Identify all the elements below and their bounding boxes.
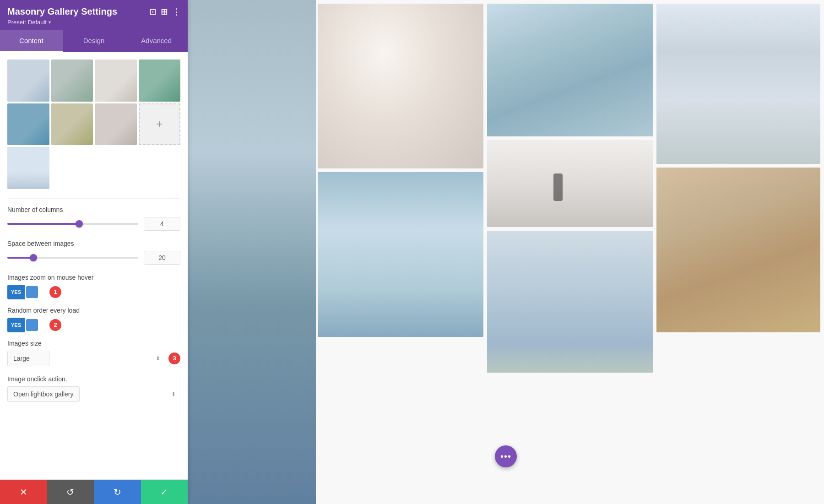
zoom-knob [26,286,38,298]
random-order-control: Random order every load YES 2 [7,307,180,332]
plus-icon: + [156,118,163,130]
panel-icon-group: ⊡ ⊞ ⋮ [149,7,180,17]
redo-button[interactable]: ↻ [94,480,141,504]
panel-body: + Number of columns Space between imag [0,52,188,479]
gallery-img-2[interactable] [318,172,483,337]
spacing-label: Space between images [7,240,180,247]
gallery-col-1 [316,0,485,504]
onclick-wrapper: Open lightbox gallery Open new tab None [7,386,180,402]
random-knob [26,319,38,331]
spacing-slider[interactable] [7,253,138,262]
onclick-row: Open lightbox gallery Open new tab None [7,386,180,402]
random-switch [25,318,44,332]
images-size-row: Large Thumbnail Medium Full 3 [7,351,180,366]
spacing-control: Space between images [7,240,180,265]
tab-advanced[interactable]: Advanced [125,30,188,52]
add-image-button[interactable]: + [139,103,181,146]
tab-bar: Content Design Advanced [0,30,188,52]
thumb-1[interactable] [7,60,49,102]
preset-label[interactable]: Preset: Default ▾ [7,19,180,26]
onclick-control: Image onclick action. Open lightbox gall… [7,375,180,402]
responsive-icon[interactable]: ⊡ [149,7,156,17]
float-menu-button[interactable]: ••• [495,445,517,467]
columns-value[interactable] [144,217,180,231]
columns-slider[interactable] [7,219,138,228]
gallery-col-2 [485,0,655,504]
zoom-hover-label: Images zoom on mouse hover [7,274,180,281]
image-grid: + [7,60,180,189]
images-size-label: Images size [7,340,180,347]
divider-1 [7,198,180,199]
thumb-6[interactable] [51,103,93,146]
zoom-hover-control: Images zoom on mouse hover YES 1 [7,274,180,299]
panel-title-row: Masonry Gallery Settings ⊡ ⊞ ⋮ [7,6,180,17]
thumb-3[interactable] [95,60,137,102]
columns-icon[interactable]: ⊞ [161,7,168,17]
gallery-area: ••• [188,0,824,504]
zoom-badge[interactable]: 1 [49,286,61,298]
columns-row [7,217,180,231]
tab-content[interactable]: Content [0,30,63,52]
gallery-col-3 [655,0,824,504]
thumb-add-container: + [139,103,181,146]
tab-design[interactable]: Design [63,30,125,52]
thumb-5[interactable] [7,103,49,146]
images-size-select[interactable]: Large Thumbnail Medium Full [7,351,49,366]
zoom-switch [25,285,44,299]
gallery-img-4[interactable] [487,140,653,227]
zoom-hover-toggle[interactable]: YES [7,285,44,299]
zoom-yes-label: YES [7,285,25,299]
panel-title: Masonry Gallery Settings [7,6,117,17]
onclick-label: Image onclick action. [7,375,180,383]
random-badge[interactable]: 2 [49,319,61,331]
columns-control: Number of columns [7,206,180,231]
settings-panel: Masonry Gallery Settings ⊡ ⊞ ⋮ Preset: D… [0,0,188,504]
onclick-select[interactable]: Open lightbox gallery Open new tab None [7,386,80,402]
float-dots: ••• [500,451,511,462]
save-button[interactable]: ✓ [141,480,188,504]
gallery-img-5[interactable] [487,231,653,373]
random-order-toggle[interactable]: YES [7,318,44,332]
thumb-7[interactable] [95,103,137,146]
more-icon[interactable]: ⋮ [172,7,180,17]
gallery-img-6[interactable] [656,4,820,164]
panel-header: Masonry Gallery Settings ⊡ ⊞ ⋮ Preset: D… [0,0,188,30]
columns-label: Number of columns [7,206,180,213]
zoom-hover-row: YES 1 [7,285,180,299]
images-size-wrapper: Large Thumbnail Medium Full [7,351,165,366]
preset-arrow: ▾ [49,20,51,25]
panel-footer: ✕ ↺ ↻ ✓ [0,479,188,504]
images-size-control: Images size Large Thumbnail Medium Full … [7,340,180,366]
random-yes-label: YES [7,318,25,332]
images-size-badge[interactable]: 3 [168,352,180,364]
spacing-row [7,251,180,265]
spacing-value[interactable] [144,251,180,265]
gallery-img-1[interactable] [318,4,483,168]
undo-button[interactable]: ↺ [47,480,94,504]
left-strip-image [188,0,316,504]
gallery-img-7[interactable] [656,168,820,332]
random-order-row: YES 2 [7,318,180,332]
thumb-4[interactable] [139,60,181,102]
thumb-9[interactable] [7,147,49,189]
cancel-button[interactable]: ✕ [0,480,47,504]
thumb-2[interactable] [51,60,93,102]
random-order-label: Random order every load [7,307,180,314]
gallery-img-3[interactable] [487,4,653,136]
